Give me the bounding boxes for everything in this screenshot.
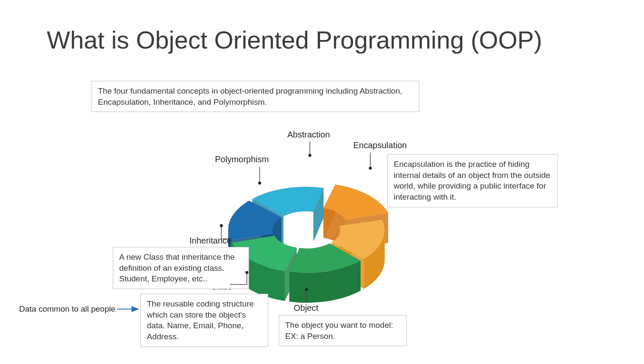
svg-point-7	[246, 271, 249, 274]
svg-point-1	[309, 154, 312, 157]
svg-point-5	[258, 182, 261, 185]
svg-point-6	[220, 224, 223, 227]
svg-point-3	[369, 167, 372, 170]
leader-lines	[0, 0, 644, 364]
svg-point-9	[305, 288, 308, 291]
